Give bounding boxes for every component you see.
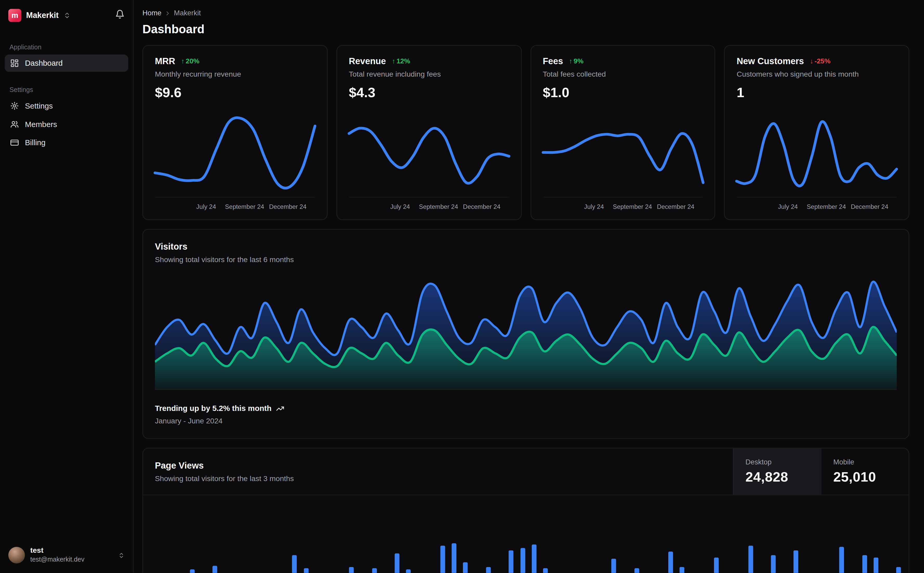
bar — [680, 567, 684, 573]
x-axis-labels: July 24 September 24 December 24 — [155, 203, 315, 213]
x-tick: July 24 — [584, 203, 604, 210]
sidebar-item-dashboard[interactable]: Dashboard — [5, 55, 128, 72]
app-root: m Makerkit Application Dashboard — [0, 0, 924, 573]
bar — [349, 567, 354, 573]
workspace-switcher[interactable]: m Makerkit — [8, 9, 71, 22]
sparkline-area — [543, 108, 703, 198]
arrow-up-icon: ↑ — [569, 57, 573, 64]
chevron-right-icon — [165, 10, 171, 16]
stat-subtitle: Total revenue including fees — [349, 70, 509, 78]
page-views-title: Page Views — [155, 460, 721, 470]
breadcrumb-current: Makerkit — [174, 9, 201, 17]
arrow-down-icon: ↓ — [810, 57, 813, 64]
x-tick: December 24 — [463, 203, 500, 210]
user-menu[interactable]: test test@makerkit.dev — [5, 545, 128, 566]
bar — [452, 543, 457, 573]
visitors-subtitle: Showing total visitors for the last 6 mo… — [155, 255, 897, 264]
user-avatar — [8, 547, 25, 564]
stat-card-mrr: MRR ↑20% Monthly recurring revenue $9.6 … — [143, 45, 328, 220]
fees-sparkline-chart — [543, 108, 703, 197]
mobile-value: 25,010 — [833, 469, 897, 485]
new-customers-sparkline-chart — [737, 108, 897, 197]
page-views-toggle-desktop[interactable]: Desktop 24,828 — [733, 448, 821, 495]
stat-value: $9.6 — [155, 85, 315, 101]
trending-up-icon — [276, 404, 285, 412]
bar — [874, 557, 878, 573]
workspace-logo: m — [8, 9, 21, 22]
x-tick: September 24 — [419, 203, 458, 210]
sidebar-section-application: Application — [5, 43, 128, 50]
stat-title: Fees — [543, 56, 563, 66]
main-content: Home Makerkit Dashboard MRR ↑20% Monthly… — [133, 0, 924, 573]
sparkline-area — [737, 108, 897, 198]
bar — [543, 568, 547, 573]
arrow-up-icon: ↑ — [181, 57, 185, 64]
x-tick: September 24 — [807, 203, 846, 210]
sparkline-area — [349, 108, 509, 198]
x-tick: December 24 — [269, 203, 306, 210]
bar — [406, 569, 411, 573]
x-tick: July 24 — [196, 203, 216, 210]
gear-icon — [10, 101, 19, 110]
stat-subtitle: Monthly recurring revenue — [155, 70, 315, 78]
bar — [372, 568, 377, 573]
trend-value: 12% — [396, 57, 410, 64]
bar — [520, 548, 525, 573]
bar — [714, 557, 718, 573]
bar — [611, 559, 616, 573]
stat-title: New Customers — [737, 56, 804, 66]
x-axis-labels: July 24 September 24 December 24 — [349, 203, 509, 213]
bar — [896, 567, 901, 573]
bar — [212, 566, 217, 573]
visitors-trend-text: Trending up by 5.2% this month — [155, 404, 271, 413]
chevrons-up-down-icon — [63, 12, 71, 19]
trend-value: 9% — [574, 57, 584, 64]
bar — [748, 546, 753, 573]
stat-value: 1 — [737, 85, 897, 101]
sidebar-item-label: Settings — [25, 101, 53, 110]
sidebar-item-settings[interactable]: Settings — [5, 97, 128, 114]
users-icon — [10, 120, 19, 128]
user-meta: test test@makerkit.dev — [30, 547, 84, 564]
sidebar-item-label: Billing — [25, 138, 45, 147]
bar — [794, 550, 798, 573]
sidebar-item-members[interactable]: Members — [5, 116, 128, 133]
x-tick: December 24 — [851, 203, 888, 210]
bar — [190, 569, 195, 573]
mobile-label: Mobile — [833, 458, 897, 466]
x-tick: September 24 — [225, 203, 264, 210]
bell-icon — [115, 9, 125, 19]
bar — [634, 568, 639, 573]
sidebar-item-label: Dashboard — [25, 59, 63, 67]
trend-value: 20% — [186, 57, 199, 64]
mrr-sparkline-chart — [155, 108, 315, 197]
bar — [509, 550, 514, 573]
breadcrumb-home-link[interactable]: Home — [143, 9, 162, 17]
bar — [532, 545, 536, 573]
sidebar-item-billing[interactable]: Billing — [5, 134, 128, 151]
user-name: test — [30, 547, 84, 555]
trend-badge: ↑20% — [181, 57, 199, 64]
trend-badge: ↑9% — [569, 57, 584, 64]
app-shell: m Makerkit Application Dashboard — [0, 0, 924, 573]
trend-badge: ↑12% — [392, 57, 410, 64]
x-tick: July 24 — [390, 203, 410, 210]
visitors-card: Visitors Showing total visitors for the … — [143, 229, 909, 439]
bar — [304, 568, 308, 573]
desktop-label: Desktop — [745, 458, 809, 466]
page-views-toggle-mobile[interactable]: Mobile 25,010 — [821, 448, 909, 495]
revenue-sparkline-chart — [349, 108, 509, 197]
notifications-button[interactable] — [114, 8, 126, 22]
sidebar-header: m Makerkit — [5, 6, 128, 22]
bar — [668, 552, 673, 573]
x-tick: July 24 — [778, 203, 798, 210]
user-email: test@makerkit.dev — [30, 556, 84, 564]
stat-cards-row: MRR ↑20% Monthly recurring revenue $9.6 … — [143, 45, 909, 220]
trend-value: -25% — [814, 57, 830, 64]
bar — [839, 547, 844, 573]
stat-value: $1.0 — [543, 85, 703, 101]
chevrons-up-down-icon — [118, 552, 124, 559]
x-tick: December 24 — [657, 203, 694, 210]
x-axis-labels: July 24 September 24 December 24 — [737, 203, 897, 213]
bar — [486, 567, 491, 573]
